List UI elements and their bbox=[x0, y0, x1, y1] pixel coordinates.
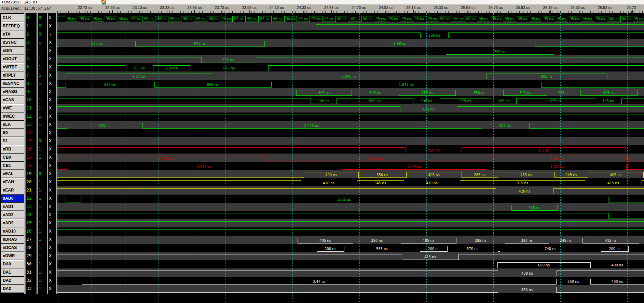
signal-trigger-condition[interactable]: X bbox=[49, 112, 52, 120]
signal-name-cell[interactable]: nWEC bbox=[1, 113, 26, 120]
row-stripe bbox=[57, 186, 644, 195]
ruler-major-tick bbox=[523, 10, 523, 13]
signal-name-cell[interactable]: nWE bbox=[1, 104, 26, 112]
signal-trigger-condition[interactable]: X bbox=[49, 219, 52, 227]
signal-trigger-condition[interactable]: X bbox=[49, 243, 52, 252]
signal-name-cell[interactable]: DA1 bbox=[1, 268, 26, 276]
signal-trigger-condition[interactable]: X bbox=[49, 235, 52, 243]
signal-name-cell[interactable]: nCAS bbox=[1, 96, 26, 104]
interval-measurement-label: 95 ns bbox=[324, 17, 333, 21]
column-divider[interactable] bbox=[37, 13, 38, 294]
app-tray-icon[interactable]: B bbox=[101, 0, 106, 4]
signal-trigger-condition[interactable]: X bbox=[49, 120, 52, 129]
signal-trigger-condition[interactable]: X bbox=[49, 145, 52, 153]
row-stripe bbox=[57, 285, 644, 293]
signal-trigger-condition[interactable]: X bbox=[49, 194, 52, 202]
signal-name-cell[interactable]: nRASO bbox=[1, 88, 26, 96]
signal-name-cell[interactable]: nSYNC bbox=[1, 39, 26, 47]
signal-name-cell[interactable]: nDWE bbox=[1, 252, 26, 260]
signal-name-cell[interactable]: nAD0 bbox=[1, 195, 26, 202]
signal-trigger-condition[interactable]: ↓ bbox=[49, 30, 52, 38]
signal-trigger-condition[interactable]: X bbox=[49, 22, 52, 30]
signal-name-cell[interactable]: nEAH bbox=[1, 178, 26, 186]
signal-trigger-condition[interactable]: X bbox=[49, 104, 52, 112]
interval-measurement-label: 95 ns bbox=[260, 17, 269, 21]
interval-measurement-label: 195 ns bbox=[421, 99, 432, 103]
signal-name-cell[interactable]: nAD10 bbox=[1, 227, 26, 235]
signal-name-cell[interactable]: S1 bbox=[1, 137, 26, 145]
ruler-major-tick bbox=[331, 10, 332, 13]
interval-measurement-label: 95 ns bbox=[144, 17, 153, 21]
signal-trigger-condition[interactable]: X bbox=[49, 252, 52, 260]
signal-trigger-condition[interactable]: X bbox=[49, 55, 52, 63]
signal-trigger-condition[interactable]: X bbox=[49, 14, 52, 22]
signal-trigger-condition[interactable]: X bbox=[49, 96, 52, 104]
signal-trigger-condition[interactable]: X bbox=[49, 129, 52, 137]
signal-trigger-condition[interactable]: X bbox=[49, 161, 52, 170]
signal-name-cell[interactable]: nDOUT bbox=[1, 55, 26, 63]
signal-name-cell[interactable]: nDIN bbox=[1, 47, 26, 55]
signal-name-cell[interactable]: nRPLY bbox=[1, 71, 26, 79]
signal-trigger-condition[interactable]: X bbox=[49, 153, 52, 161]
signal-name-cell[interactable]: DA3 bbox=[1, 285, 26, 293]
signal-name-cell[interactable]: REFREQ bbox=[1, 22, 26, 30]
signal-name-cell[interactable]: CLK bbox=[1, 14, 26, 22]
interval-measurement-label: 885 ns bbox=[541, 75, 552, 78]
signal-trigger-condition[interactable]: X bbox=[49, 170, 52, 178]
signal-name-cell[interactable]: DA2 bbox=[1, 277, 26, 285]
signal-name-cell[interactable]: nTA bbox=[1, 30, 26, 38]
signal-name-cell[interactable]: nAD2 bbox=[1, 211, 26, 219]
waveform-canvas[interactable]: 95 ns95 ns95 ns95 ns95 ns90 ns95 ns95 ns… bbox=[57, 13, 644, 303]
signal-name-cell[interactable]: nRB bbox=[1, 145, 26, 153]
signal-name-cell[interactable]: nEAL bbox=[1, 170, 26, 178]
interval-measurement-label: 265 ns bbox=[474, 173, 485, 177]
ruler-major-tick bbox=[304, 10, 304, 13]
signal-name-cell[interactable]: nWTBT bbox=[1, 63, 26, 71]
signal-name-cell[interactable]: DA0 bbox=[1, 260, 26, 268]
signal-number: 19 bbox=[26, 170, 32, 178]
signal-trigger-condition[interactable]: X bbox=[49, 47, 52, 55]
column-divider[interactable] bbox=[47, 13, 48, 294]
signal-number: 3 bbox=[26, 38, 29, 47]
interval-measurement-label: 320 ns bbox=[519, 91, 531, 95]
signal-name-cell[interactable]: nESYNC bbox=[1, 80, 26, 88]
acquired-readout: Acquired: 12:38:57.267 bbox=[1, 6, 51, 11]
interval-measurement-label: 95 ns bbox=[401, 17, 411, 21]
signal-current-value: 0 bbox=[39, 22, 41, 30]
signal-trigger-condition[interactable]: X bbox=[49, 186, 52, 194]
signal-name-cell[interactable]: nDCAS bbox=[1, 244, 26, 252]
column-divider[interactable] bbox=[24, 13, 26, 294]
signal-name-cell[interactable]: nAD9 bbox=[1, 219, 26, 227]
signal-trigger-condition[interactable]: X bbox=[49, 260, 52, 268]
signal-trigger-condition[interactable]: X bbox=[49, 137, 52, 145]
signal-trigger-condition[interactable]: X bbox=[49, 178, 52, 186]
waveform-area[interactable]: 95 ns95 ns95 ns95 ns95 ns90 ns95 ns95 ns… bbox=[57, 13, 644, 303]
signal-trigger-condition[interactable]: X bbox=[49, 211, 52, 219]
interval-measurement-label: 415 ns bbox=[603, 91, 615, 95]
signal-trigger-condition[interactable]: X bbox=[49, 276, 52, 285]
signal-trigger-condition[interactable]: X bbox=[49, 227, 52, 235]
signal-trigger-condition[interactable]: X bbox=[49, 285, 52, 293]
signal-name-cell[interactable]: S0 bbox=[1, 129, 26, 137]
signal-name-cell[interactable]: nDRAS bbox=[1, 236, 26, 243]
signal-current-value: 1 bbox=[39, 63, 41, 71]
interval-measurement-label: 3.47 us bbox=[313, 280, 326, 284]
signal-name-cell[interactable]: nLA bbox=[1, 121, 26, 129]
signal-trigger-condition[interactable]: X bbox=[49, 79, 52, 88]
signal-trigger-condition[interactable]: X bbox=[49, 63, 52, 71]
signal-trace bbox=[57, 213, 644, 219]
interval-measurement-label: 405 ns bbox=[423, 239, 434, 242]
signal-trigger-condition[interactable]: X bbox=[49, 71, 52, 79]
signal-trigger-condition[interactable]: X bbox=[49, 88, 52, 96]
signal-name-cell[interactable]: CB1 bbox=[1, 162, 26, 170]
interval-measurement-label: 245 ns bbox=[560, 239, 572, 242]
row-stripe bbox=[57, 252, 644, 260]
acquired-label: Acquired: bbox=[1, 6, 22, 11]
signal-trigger-condition[interactable]: X bbox=[49, 268, 52, 276]
signal-current-value: 1 bbox=[39, 96, 41, 104]
signal-name-cell[interactable]: CB0 bbox=[1, 154, 26, 161]
signal-trigger-condition[interactable]: X bbox=[49, 202, 52, 211]
signal-trigger-condition[interactable]: X bbox=[49, 38, 52, 47]
signal-name-cell[interactable]: nAD1 bbox=[1, 203, 26, 211]
signal-name-cell[interactable]: nEAR bbox=[1, 186, 26, 194]
